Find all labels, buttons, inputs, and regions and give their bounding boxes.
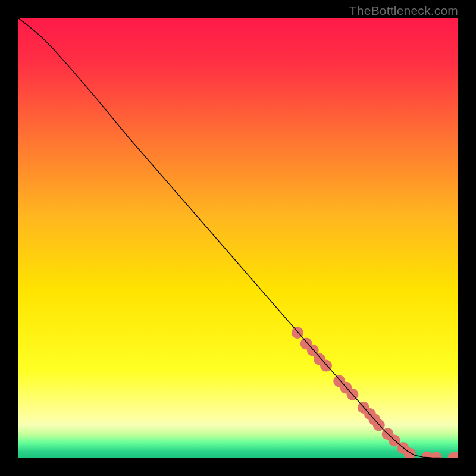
plot-area [18,18,458,458]
data-marker [320,360,332,372]
watermark-text: TheBottleneck.com [349,4,458,18]
chart-frame: TheBottleneck.com [0,0,476,476]
chart-svg [18,18,458,458]
